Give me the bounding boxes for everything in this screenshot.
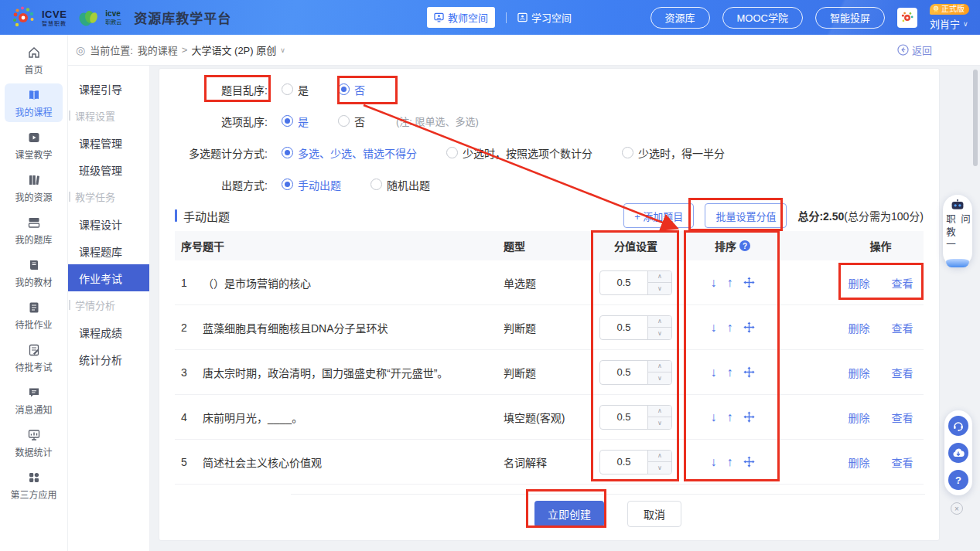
score-value[interactable]: 0.5	[600, 451, 647, 474]
subnav-item-course-management[interactable]: 课程管理	[68, 129, 149, 156]
subnav-item-course-grades[interactable]: 课程成绩	[68, 318, 149, 345]
sidebar-item-home[interactable]: 首页	[5, 41, 63, 80]
spinner-up-button[interactable]: ∧	[648, 271, 671, 284]
breadcrumb-current[interactable]: 大学语文 (2P) 原创	[191, 43, 276, 57]
cancel-button[interactable]: 取消	[627, 501, 681, 527]
move-down-icon[interactable]: ↓	[711, 411, 717, 423]
multi-scoring-strict-radio[interactable]: 多选、少选、错选不得分	[282, 145, 417, 161]
spinner-down-button[interactable]: ∨	[648, 462, 671, 474]
question-shuffle-no-radio[interactable]: 否	[338, 82, 365, 97]
view-link[interactable]: 查看	[892, 275, 913, 291]
score-value[interactable]: 0.5	[600, 406, 647, 429]
subnav-item-homework-exam[interactable]: 作业考试	[68, 264, 149, 291]
sidebar-item-data-statistics[interactable]: 数据统计	[5, 423, 63, 462]
move-up-icon[interactable]: ↑	[727, 411, 733, 423]
score-value[interactable]: 0.5	[600, 361, 647, 384]
score-value[interactable]: 0.5	[600, 271, 647, 294]
scrollbar-thumb[interactable]	[973, 70, 978, 166]
spinner-down-button[interactable]: ∨	[648, 372, 671, 384]
move-up-icon[interactable]: ↑	[727, 321, 733, 334]
add-question-button[interactable]: + 添加题目	[623, 203, 694, 228]
drag-move-icon[interactable]	[743, 411, 755, 423]
delete-link[interactable]: 删除	[849, 320, 870, 335]
customer-service-button[interactable]	[948, 416, 968, 436]
help-icon[interactable]: ?	[739, 240, 750, 251]
smart-cast-button[interactable]: 智能投屏	[815, 7, 885, 29]
sidebar-item-my-resources[interactable]: 我的资源	[5, 168, 63, 207]
question-shuffle-yes-radio[interactable]: 是	[282, 82, 309, 97]
manual-mode-radio[interactable]: 手动出题	[282, 177, 341, 192]
row-number: 4	[175, 411, 203, 423]
create-now-button[interactable]: 立即创建	[534, 501, 604, 527]
chevron-down-icon[interactable]: ∨	[280, 46, 285, 54]
sidebar-item-my-textbooks[interactable]: 我的教材	[5, 253, 63, 292]
drag-move-icon[interactable]	[743, 277, 755, 288]
view-link[interactable]: 查看	[892, 410, 913, 425]
subnav-item-class-management[interactable]: 班级管理	[68, 156, 149, 183]
delete-link[interactable]: 删除	[849, 275, 870, 291]
subnav-item-course-guide[interactable]: 课程引导	[68, 75, 149, 102]
subnav-item-statistical-analysis[interactable]: 统计分析	[68, 345, 149, 372]
delete-link[interactable]: 删除	[849, 410, 870, 425]
sidebar-item-my-courses[interactable]: 我的课程	[5, 83, 63, 122]
drag-move-icon[interactable]	[743, 321, 755, 333]
ai-assistant-tab[interactable]: 职教一问	[943, 195, 972, 267]
option-shuffle-no-radio[interactable]: 否	[338, 114, 365, 129]
teacher-space-button[interactable]: 教师空间	[427, 7, 495, 28]
move-down-icon[interactable]: ↓	[711, 456, 717, 468]
spinner-up-button[interactable]: ∧	[648, 451, 671, 463]
sidebar-item-third-party-apps[interactable]: 第三方应用	[5, 466, 63, 505]
batch-score-button[interactable]: 批量设置分值	[705, 203, 787, 228]
sidebar-item-notifications[interactable]: 消息通知	[5, 381, 63, 420]
score-spinner[interactable]: 0.5∧∨	[599, 315, 672, 340]
view-link[interactable]: 查看	[892, 320, 913, 335]
score-spinner[interactable]: 0.5∧∨	[599, 405, 672, 430]
sidebar-item-my-question-bank[interactable]: 我的题库	[5, 211, 63, 250]
collapse-toolbar-button[interactable]: ×	[951, 502, 963, 515]
drag-move-icon[interactable]	[743, 366, 755, 378]
spinner-down-button[interactable]: ∨	[648, 417, 671, 429]
help-button[interactable]: ?	[948, 470, 968, 490]
spinner-down-button[interactable]: ∨	[648, 283, 671, 294]
brand-logo-group[interactable]: ICVE 智慧职教 icve 职教云 资源库教学平台	[0, 5, 231, 30]
breadcrumb-parent-link[interactable]: 我的课程	[138, 43, 178, 57]
spinner-up-button[interactable]: ∧	[648, 406, 671, 418]
drag-move-icon[interactable]	[743, 456, 755, 468]
spinner-down-button[interactable]: ∨	[648, 328, 671, 339]
score-spinner[interactable]: 0.5∧∨	[599, 270, 672, 295]
move-up-icon[interactable]: ↑	[727, 456, 733, 468]
sidebar-item-classroom-teaching[interactable]: 课堂教学	[5, 126, 63, 165]
subnav-item-course-design[interactable]: 课程设计	[68, 210, 149, 237]
move-up-icon[interactable]: ↑	[727, 366, 733, 379]
delete-link[interactable]: 删除	[849, 365, 870, 380]
back-button[interactable]: 返回	[897, 43, 932, 57]
random-mode-radio[interactable]: 随机出题	[370, 177, 430, 192]
radio-icon	[370, 179, 382, 190]
score-value[interactable]: 0.5	[600, 316, 647, 339]
score-spinner[interactable]: 0.5∧∨	[599, 360, 672, 385]
subnav-item-course-question-bank[interactable]: 课程题库	[68, 237, 149, 264]
avatar[interactable]	[897, 8, 917, 28]
view-link[interactable]: 查看	[892, 365, 913, 380]
score-spinner[interactable]: 0.5∧∨	[599, 450, 672, 474]
option-shuffle-yes-radio[interactable]: 是	[282, 114, 309, 129]
move-down-icon[interactable]: ↓	[711, 277, 717, 289]
chevron-down-icon: ∨	[963, 20, 968, 28]
multi-scoring-per-option-radio[interactable]: 少选时，按照选项个数计分	[446, 145, 592, 161]
move-down-icon[interactable]: ↓	[711, 321, 717, 334]
spinner-up-button[interactable]: ∧	[648, 361, 671, 373]
spinner-up-button[interactable]: ∧	[648, 316, 671, 328]
delete-link[interactable]: 删除	[849, 454, 870, 470]
radio-icon	[282, 147, 293, 158]
mooc-academy-button[interactable]: MOOC学院	[722, 7, 803, 29]
user-info[interactable]: 正式版 刘肖宁 ∨	[930, 4, 969, 31]
move-up-icon[interactable]: ↑	[727, 277, 733, 289]
view-link[interactable]: 查看	[892, 454, 913, 470]
sidebar-item-exams-to-grade[interactable]: 待批考试	[5, 338, 63, 377]
student-space-button[interactable]: 学习空间	[517, 10, 572, 25]
move-down-icon[interactable]: ↓	[711, 366, 717, 379]
resource-library-button[interactable]: 资源库	[650, 7, 710, 29]
sidebar-item-homework-to-grade[interactable]: 待批作业	[5, 296, 63, 335]
download-button[interactable]	[948, 443, 968, 463]
multi-scoring-half-radio[interactable]: 少选时，得一半分	[622, 145, 725, 161]
